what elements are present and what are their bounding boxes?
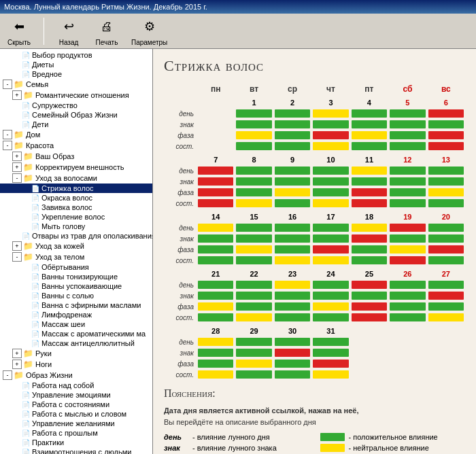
sidebar-item[interactable]: -📁Дом [0, 129, 152, 140]
sidebar-item[interactable]: 📄Стрижка волос [0, 184, 152, 193]
day-number[interactable]: 22 [235, 269, 273, 279]
sidebar-item[interactable]: 📄Окраска волос [0, 193, 152, 203]
sidebar-item[interactable]: 📄Ванны с солью [0, 291, 152, 300]
sidebar-item[interactable]: 📄Выбор продуктов [0, 50, 152, 60]
bar-cell [235, 166, 273, 175]
expander-icon[interactable]: + [12, 360, 22, 369]
sidebar-item[interactable]: 📄Вредное [0, 69, 152, 79]
bar-cell [197, 223, 235, 232]
day-number[interactable]: 27 [427, 269, 465, 279]
sidebar-item[interactable]: 📄Обёртывания [0, 262, 152, 272]
day-number[interactable]: 29 [235, 326, 273, 336]
sidebar-item[interactable]: +📁Руки [0, 348, 152, 359]
sidebar-item-label: Массаж с ароматическими ма [41, 330, 146, 338]
print-button[interactable]: 🖨 Печать [93, 16, 120, 46]
sidebar-item[interactable]: +📁Ноги [0, 359, 152, 370]
day-number[interactable]: 17 [311, 212, 350, 222]
sidebar-item[interactable]: 📄Ванна с эфирными маслами [0, 300, 152, 310]
sidebar-item[interactable]: -📁Уход за волосами [0, 173, 152, 184]
sidebar-item[interactable]: 📄Взаимоотношения с людьми [0, 447, 152, 454]
sidebar-item[interactable]: 📄Массаж шеи [0, 319, 152, 329]
expander-icon[interactable]: + [12, 349, 22, 358]
day-number[interactable]: 3 [311, 98, 350, 107]
sidebar-item[interactable]: -📁Образ Жизни [0, 370, 152, 381]
expander-icon[interactable]: + [12, 90, 22, 100]
sidebar-item[interactable]: 📄Отвары из трав для ополаскивания [0, 231, 152, 241]
color-bar [390, 120, 425, 128]
sidebar-item[interactable]: -📁Уход за телом [0, 251, 152, 262]
day-number[interactable]: 18 [350, 212, 388, 222]
folder-icon: 📁 [23, 252, 33, 262]
expander-icon[interactable]: - [3, 141, 12, 150]
expander-icon[interactable]: - [3, 130, 12, 139]
day-number[interactable]: 10 [311, 155, 350, 164]
sidebar-item[interactable]: 📄Ванны успокаивающие [0, 281, 152, 291]
day-number[interactable]: 24 [311, 269, 350, 279]
sidebar-item[interactable]: 📄Управление желаниями [0, 419, 152, 428]
day-number[interactable]: 5 [388, 98, 426, 107]
legend-left-col: день- влияние лунного днязнак- влияние л… [164, 433, 309, 454]
day-number[interactable]: 23 [273, 269, 311, 279]
expander-icon[interactable]: - [12, 252, 22, 262]
expander-icon[interactable]: - [12, 173, 22, 183]
day-number[interactable]: 20 [427, 212, 465, 222]
sidebar-item[interactable]: 📄Укрепление волос [0, 212, 152, 222]
day-number[interactable]: 13 [427, 155, 465, 164]
sidebar-item[interactable]: 📄Работа с прошлым [0, 428, 152, 438]
sidebar-item[interactable]: -📁Семья [0, 79, 152, 90]
sidebar-item[interactable]: +📁Корректируем внешность [0, 162, 152, 173]
sidebar-item[interactable]: 📄Массаж антицеллюлитный [0, 338, 152, 348]
expander-icon[interactable]: - [3, 370, 12, 380]
day-number[interactable]: 14 [197, 212, 235, 222]
sidebar-item[interactable]: +📁Уход за кожей [0, 241, 152, 251]
row-label: фаза [164, 132, 197, 139]
day-number[interactable]: 15 [235, 212, 273, 222]
sidebar-item[interactable]: 📄Ванны тонизирующие [0, 272, 152, 281]
expander-icon[interactable]: - [3, 80, 12, 89]
sidebar-item[interactable]: 📄Массаж с ароматическими ма [0, 329, 152, 338]
expander-icon[interactable]: + [12, 241, 22, 251]
sidebar-item[interactable]: 📄Мыть голову [0, 222, 152, 231]
sidebar-item[interactable]: 📄Управление эмоциями [0, 390, 152, 400]
sidebar-item[interactable]: 📄Практики [0, 438, 152, 447]
day-number[interactable]: 12 [388, 155, 426, 164]
sidebar-item[interactable]: 📄Работа над собой [0, 381, 152, 390]
day-number[interactable]: 16 [273, 212, 311, 222]
day-number[interactable]: 21 [197, 269, 235, 279]
hide-button[interactable]: ⬅ Скрыть [5, 16, 33, 46]
sidebar-item[interactable]: 📄Диеты [0, 60, 152, 69]
sidebar-item[interactable]: 📄Супружество [0, 101, 152, 110]
day-number[interactable]: 26 [388, 269, 426, 279]
sidebar-item[interactable]: +📁Романтические отношения [0, 90, 152, 101]
expander-icon[interactable]: + [12, 152, 22, 161]
day-number[interactable]: 7 [197, 155, 235, 164]
day-number[interactable]: 28 [197, 326, 235, 336]
day-number[interactable]: 19 [388, 212, 426, 222]
sidebar-item[interactable]: 📄Работа с мыслью и словом [0, 409, 152, 419]
sidebar-item[interactable]: -📁Красота [0, 140, 152, 151]
back-button[interactable]: ↩ Назад [55, 16, 82, 46]
day-number[interactable]: 11 [350, 155, 388, 164]
sidebar-item[interactable]: 📄Лимфодренаж [0, 310, 152, 319]
day-number[interactable]: 25 [350, 269, 388, 279]
sidebar-item-label: Ванны успокаивающие [41, 282, 122, 290]
bar-cell [235, 348, 273, 357]
day-number[interactable]: 8 [235, 155, 273, 164]
day-number[interactable]: 31 [311, 326, 350, 336]
legend-color-item: - положительное влияние [320, 433, 466, 441]
sidebar-item[interactable]: 📄Завивка волос [0, 203, 152, 212]
day-number[interactable]: 2 [273, 98, 311, 107]
sidebar-item[interactable]: 📄Дети [0, 120, 152, 129]
sidebar[interactable]: 📄Выбор продуктов📄Диеты📄Вредное-📁Семья+📁Р… [0, 49, 153, 454]
sidebar-item[interactable]: 📄Семейный Образ Жизни [0, 110, 152, 120]
params-button[interactable]: ⚙ Параметры [131, 16, 167, 46]
day-number[interactable]: 9 [273, 155, 311, 164]
sidebar-item[interactable]: +📁Ваш Образ [0, 151, 152, 162]
day-number[interactable]: 1 [235, 98, 273, 107]
expander-icon[interactable]: + [12, 162, 22, 172]
day-number[interactable]: 6 [427, 98, 465, 107]
sidebar-item[interactable]: 📄Работа с состояниями [0, 400, 152, 409]
day-number[interactable]: 4 [350, 98, 388, 107]
day-number[interactable]: 30 [273, 326, 311, 336]
bar-cell [311, 348, 350, 357]
